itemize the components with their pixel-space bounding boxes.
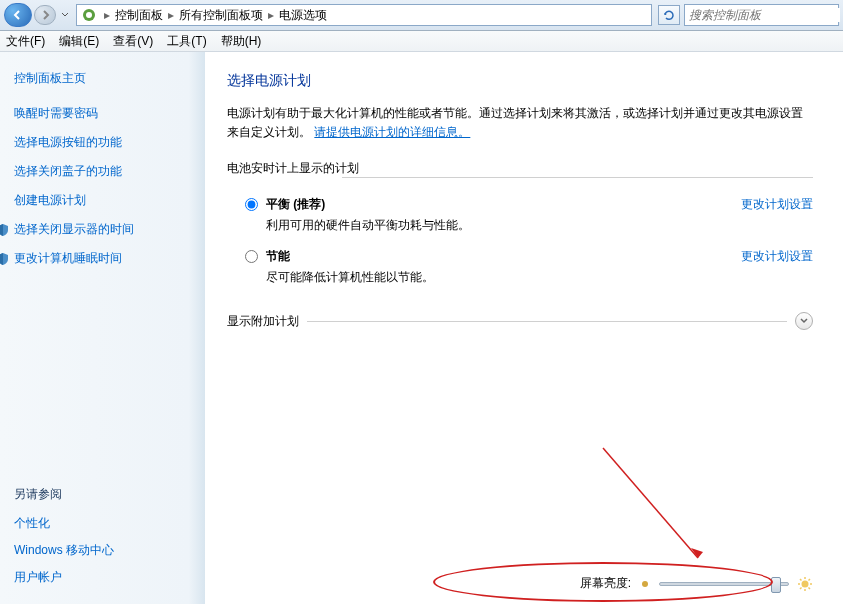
see-also-mobility-center[interactable]: Windows 移动中心: [14, 542, 191, 559]
sidebar-links: 唤醒时需要密码 选择电源按钮的功能 选择关闭盖子的功能 创建电源计划 选择关闭显…: [14, 105, 191, 267]
svg-point-4: [642, 581, 648, 587]
menu-tools[interactable]: 工具(T): [167, 33, 206, 50]
breadcrumb-sep: ▸: [165, 8, 177, 22]
svg-line-11: [809, 587, 811, 589]
search-box[interactable]: [684, 4, 839, 26]
sidebar-link-label: 更改计算机睡眠时间: [14, 250, 122, 267]
sidebar-link-sleep-time[interactable]: 更改计算机睡眠时间: [0, 250, 191, 267]
see-also-user-accounts[interactable]: 用户帐户: [14, 569, 191, 586]
chevron-down-icon: [61, 12, 69, 18]
divider: [307, 321, 787, 322]
breadcrumb-item-2[interactable]: 电源选项: [277, 7, 329, 24]
shield-icon: [0, 223, 10, 237]
chevron-down-icon: [799, 317, 809, 325]
sidebar-link-display-off[interactable]: 选择关闭显示器的时间: [0, 221, 191, 238]
menu-file[interactable]: 文件(F): [6, 33, 45, 50]
sun-dim-icon: [639, 578, 651, 590]
svg-line-13: [809, 579, 811, 581]
power-plan-saver: 节能 尽可能降低计算机性能以节能。 更改计划设置: [227, 244, 813, 296]
plan-content: 平衡 (推荐) 利用可用的硬件自动平衡功耗与性能。: [266, 196, 741, 234]
page-title: 选择电源计划: [227, 72, 813, 90]
plan-description: 利用可用的硬件自动平衡功耗与性能。: [266, 217, 741, 234]
refresh-button[interactable]: [658, 5, 680, 25]
address-bar[interactable]: ▸ 控制面板 ▸ 所有控制面板项 ▸ 电源选项: [76, 4, 652, 26]
see-also-links: 个性化 Windows 移动中心 用户帐户: [14, 515, 191, 586]
power-plans-group: 电池安时计上显示的计划 平衡 (推荐) 利用可用的硬件自动平衡功耗与性能。 更改…: [227, 160, 813, 340]
brightness-label: 屏幕亮度:: [580, 575, 631, 592]
svg-point-5: [802, 580, 809, 587]
control-panel-icon: [81, 7, 97, 23]
menubar: 文件(F) 编辑(E) 查看(V) 工具(T) 帮助(H): [0, 31, 843, 52]
annotation-arrow: [593, 438, 713, 568]
sun-bright-icon: [797, 576, 813, 592]
nav-buttons: [4, 3, 72, 27]
sidebar: 控制面板主页 唤醒时需要密码 选择电源按钮的功能 选择关闭盖子的功能 创建电源计…: [0, 52, 205, 604]
content-area: 控制面板主页 唤醒时需要密码 选择电源按钮的功能 选择关闭盖子的功能 创建电源计…: [0, 52, 843, 604]
plan-name: 平衡 (推荐): [266, 196, 741, 213]
page-description: 电源计划有助于最大化计算机的性能或者节能。通过选择计划来将其激活，或选择计划并通…: [227, 104, 813, 142]
change-plan-settings-link[interactable]: 更改计划设置: [741, 196, 813, 213]
menu-help[interactable]: 帮助(H): [221, 33, 262, 50]
additional-plans-row: 显示附加计划: [227, 302, 813, 340]
menu-edit[interactable]: 编辑(E): [59, 33, 99, 50]
back-button[interactable]: [4, 3, 32, 27]
svg-line-12: [800, 587, 802, 589]
sidebar-link-wake-password[interactable]: 唤醒时需要密码: [14, 105, 191, 122]
brightness-bar: 屏幕亮度:: [205, 575, 843, 592]
additional-plans-label: 显示附加计划: [227, 313, 299, 330]
more-info-link[interactable]: 请提供电源计划的详细信息。: [314, 125, 470, 139]
see-also-title: 另请参阅: [14, 486, 191, 503]
nav-history-dropdown[interactable]: [58, 5, 72, 25]
breadcrumb-sep: ▸: [101, 8, 113, 22]
svg-line-14: [603, 448, 698, 558]
slider-thumb[interactable]: [771, 577, 781, 593]
plan-content: 节能 尽可能降低计算机性能以节能。: [266, 248, 741, 286]
breadcrumb-item-0[interactable]: 控制面板: [113, 7, 165, 24]
plan-description: 尽可能降低计算机性能以节能。: [266, 269, 741, 286]
titlebar: ▸ 控制面板 ▸ 所有控制面板项 ▸ 电源选项: [0, 0, 843, 31]
breadcrumb-item-1[interactable]: 所有控制面板项: [177, 7, 265, 24]
search-input[interactable]: [689, 8, 840, 22]
see-also-personalization[interactable]: 个性化: [14, 515, 191, 532]
refresh-icon: [663, 9, 675, 21]
plan-name: 节能: [266, 248, 741, 265]
main-content: 选择电源计划 电源计划有助于最大化计算机的性能或者节能。通过选择计划来将其激活，…: [205, 52, 843, 604]
power-plan-balanced: 平衡 (推荐) 利用可用的硬件自动平衡功耗与性能。 更改计划设置: [227, 192, 813, 244]
svg-point-1: [86, 12, 92, 18]
sidebar-link-power-button[interactable]: 选择电源按钮的功能: [14, 134, 191, 151]
expand-button[interactable]: [795, 312, 813, 330]
change-plan-settings-link[interactable]: 更改计划设置: [741, 248, 813, 265]
arrow-right-icon: [39, 9, 51, 21]
plan-radio-balanced[interactable]: [245, 198, 258, 211]
forward-button[interactable]: [34, 5, 56, 25]
sidebar-link-label: 选择关闭显示器的时间: [14, 221, 134, 238]
sidebar-see-also: 另请参阅 个性化 Windows 移动中心 用户帐户: [14, 486, 191, 586]
brightness-slider[interactable]: [659, 582, 789, 586]
plan-radio-saver[interactable]: [245, 250, 258, 263]
breadcrumb-sep: ▸: [265, 8, 277, 22]
menu-view[interactable]: 查看(V): [113, 33, 153, 50]
slider-track: [659, 582, 789, 586]
sidebar-home-link[interactable]: 控制面板主页: [14, 70, 191, 87]
sidebar-link-close-lid[interactable]: 选择关闭盖子的功能: [14, 163, 191, 180]
breadcrumb: ▸ 控制面板 ▸ 所有控制面板项 ▸ 电源选项: [101, 7, 329, 24]
svg-line-10: [800, 579, 802, 581]
divider: [342, 177, 813, 178]
sidebar-link-create-plan[interactable]: 创建电源计划: [14, 192, 191, 209]
arrow-left-icon: [12, 9, 24, 21]
shield-icon: [0, 252, 10, 266]
